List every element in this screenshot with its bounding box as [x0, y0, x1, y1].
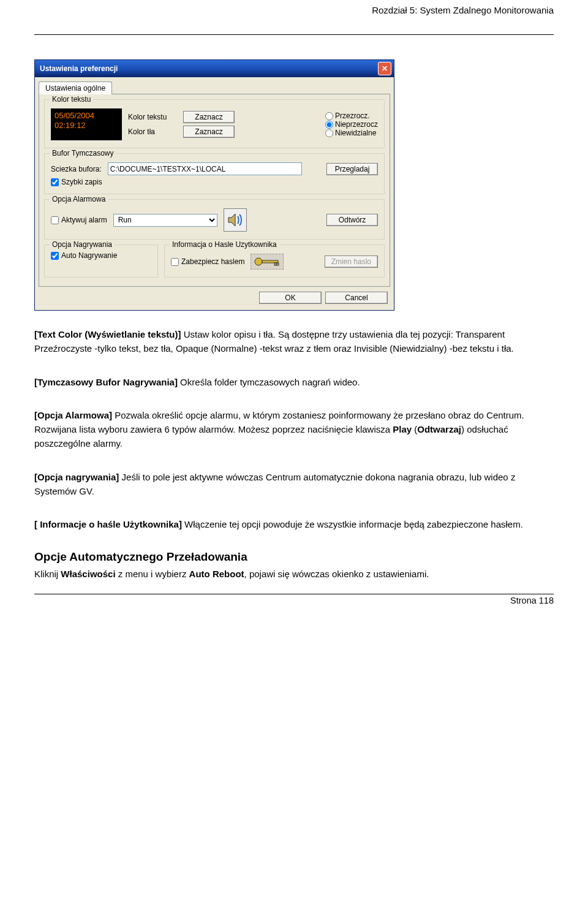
radio-transparent-label: Przezrocz. [335, 112, 370, 120]
browse-button[interactable]: Przegladaj [326, 163, 378, 175]
preview-time: 02:19:12 [55, 121, 118, 131]
page-number: Strona 118 [34, 596, 554, 612]
document-body: [Text Color (Wyświetlanie tekstu)] Ustaw… [34, 328, 554, 582]
pick-bg-color-button[interactable]: Zaznacz [183, 126, 235, 138]
group-recording-title: Opcja Nagrywania [50, 240, 115, 249]
group-text-color: Kolor tekstu 05/05/2004 02:19:12 Kolor t… [44, 99, 385, 148]
svg-point-0 [255, 258, 262, 265]
fast-write-label: Szybki zapis [61, 178, 102, 186]
radio-transparent[interactable]: Przezrocz. [325, 112, 378, 120]
svg-rect-1 [262, 260, 278, 263]
label-buffer-path: Sciezka bufora: [51, 165, 102, 173]
radio-opaque[interactable]: Nieprzezrocz [325, 120, 378, 129]
rule-top [34, 34, 554, 35]
group-text-color-title: Kolor tekstu [50, 95, 93, 104]
preferences-dialog: Ustawienia preferencji ✕ Ustawienia ogól… [34, 59, 394, 311]
para-userpass: [ Informacje o haśle Użytkownika] Włącze… [34, 518, 554, 532]
key-icon [251, 254, 284, 270]
preview-date: 05/05/2004 [55, 111, 118, 121]
para-buffer: [Tymczasowy Bufor Nagrywania] Określa fo… [34, 376, 554, 390]
auto-record-checkbox[interactable]: Auto Nagrywanie [51, 251, 151, 260]
heading-auto-reboot: Opcje Automatycznego Przeładowania [34, 550, 554, 564]
close-icon[interactable]: ✕ [378, 62, 391, 75]
change-password-button[interactable]: Zmien haslo [325, 256, 378, 268]
dialog-titlebar[interactable]: Ustawienia preferencji ✕ [35, 60, 394, 77]
auto-record-label: Auto Nagrywanie [61, 251, 117, 260]
tab-general[interactable]: Ustawienia ogólne [39, 81, 112, 94]
group-user-password: Informacja o Hasle Uzytkownika Zabezpiec… [164, 244, 385, 278]
radio-invisible-label: Niewidzialne [335, 129, 376, 137]
label-text-color: Kolor tekstu [128, 113, 177, 121]
fast-write-checkbox[interactable]: Szybki zapis [51, 178, 102, 186]
text-color-preview: 05/05/2004 02:19:12 [51, 108, 122, 140]
pick-text-color-button[interactable]: Zaznacz [183, 111, 235, 123]
svg-rect-2 [274, 263, 276, 265]
speaker-icon [224, 208, 247, 232]
rule-bottom [34, 594, 554, 594]
label-bg-color: Kolor tła [128, 127, 177, 136]
ok-button[interactable]: OK [259, 292, 322, 304]
radio-opaque-label: Nieprzezrocz [335, 120, 378, 129]
protect-password-label: Zabezpiecz haslem [181, 257, 244, 266]
activate-alarm-checkbox[interactable]: Aktywuj alarm [51, 216, 107, 224]
radio-invisible[interactable]: Niewidzialne [325, 129, 378, 137]
activate-alarm-label: Aktywuj alarm [61, 216, 107, 224]
tab-strip: Ustawienia ogólne [39, 81, 390, 94]
group-recording: Opcja Nagrywania Auto Nagrywanie [44, 244, 158, 278]
group-alarm: Opcja Alarmowa Aktywuj alarm Run Odtwórz [44, 199, 385, 240]
cancel-button[interactable]: Cancel [325, 292, 388, 304]
chapter-header: Rozdział 5: System Zdalnego Monitorowani… [372, 5, 554, 15]
para-text-color: [Text Color (Wyświetlanie tekstu)] Ustaw… [34, 328, 554, 356]
para-record: [Opcja nagrywania] Jeśli to pole jest ak… [34, 471, 554, 499]
group-alarm-title: Opcja Alarmowa [50, 195, 108, 203]
buffer-path-input[interactable] [108, 162, 302, 175]
para-alarm: [Opcja Alarmowa] Pozwala określić opcje … [34, 409, 554, 450]
para-auto-reboot: Kliknij Właściwości z menu i wybierz Aut… [34, 567, 554, 582]
play-alarm-button[interactable]: Odtwórz [326, 214, 378, 226]
protect-password-checkbox[interactable]: Zabezpiecz haslem [171, 257, 244, 266]
alarm-type-select[interactable]: Run [113, 214, 217, 227]
svg-rect-3 [277, 263, 279, 265]
dialog-title: Ustawienia preferencji [40, 64, 118, 73]
tab-body: Kolor tekstu 05/05/2004 02:19:12 Kolor t… [39, 94, 390, 287]
group-buffer: Bufor Tymczasowy Sciezka bufora: Przegla… [44, 153, 385, 194]
group-user-password-title: Informacja o Hasle Uzytkownika [170, 240, 279, 249]
group-buffer-title: Bufor Tymczasowy [50, 149, 116, 157]
